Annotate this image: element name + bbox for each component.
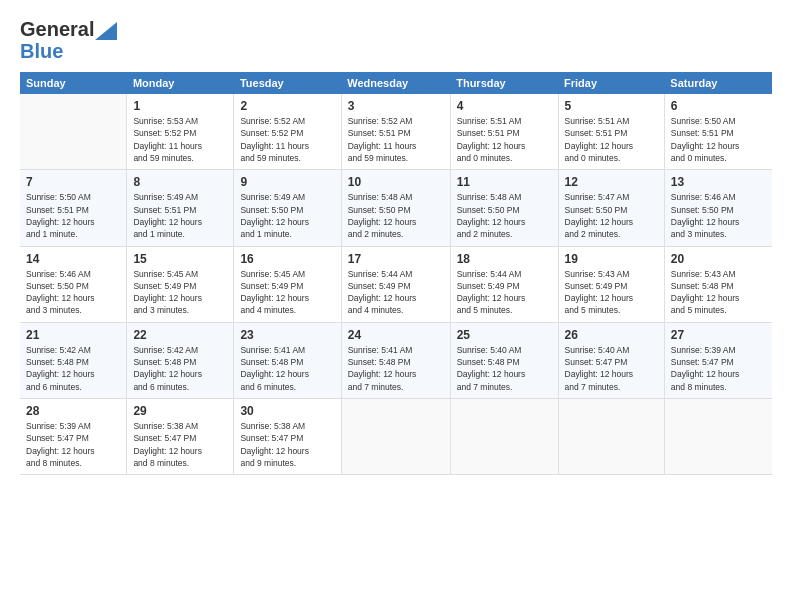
logo-general: General bbox=[20, 18, 94, 40]
calendar-cell: 6Sunrise: 5:50 AM Sunset: 5:51 PM Daylig… bbox=[664, 94, 772, 170]
day-number: 14 bbox=[26, 252, 120, 266]
calendar-cell: 15Sunrise: 5:45 AM Sunset: 5:49 PM Dayli… bbox=[127, 246, 234, 322]
day-number: 21 bbox=[26, 328, 120, 342]
calendar-cell: 8Sunrise: 5:49 AM Sunset: 5:51 PM Daylig… bbox=[127, 170, 234, 246]
calendar-cell: 28Sunrise: 5:39 AM Sunset: 5:47 PM Dayli… bbox=[20, 399, 127, 475]
calendar-week-row: 7Sunrise: 5:50 AM Sunset: 5:51 PM Daylig… bbox=[20, 170, 772, 246]
day-detail: Sunrise: 5:43 AM Sunset: 5:48 PM Dayligh… bbox=[671, 268, 766, 317]
calendar-cell: 30Sunrise: 5:38 AM Sunset: 5:47 PM Dayli… bbox=[234, 399, 341, 475]
calendar-cell: 19Sunrise: 5:43 AM Sunset: 5:49 PM Dayli… bbox=[558, 246, 664, 322]
header: General Blue bbox=[20, 18, 772, 62]
calendar-cell bbox=[20, 94, 127, 170]
calendar-cell: 21Sunrise: 5:42 AM Sunset: 5:48 PM Dayli… bbox=[20, 322, 127, 398]
day-number: 28 bbox=[26, 404, 120, 418]
weekday-header-saturday: Saturday bbox=[664, 72, 772, 94]
day-detail: Sunrise: 5:45 AM Sunset: 5:49 PM Dayligh… bbox=[240, 268, 334, 317]
day-detail: Sunrise: 5:40 AM Sunset: 5:47 PM Dayligh… bbox=[565, 344, 658, 393]
calendar-cell: 14Sunrise: 5:46 AM Sunset: 5:50 PM Dayli… bbox=[20, 246, 127, 322]
weekday-header-thursday: Thursday bbox=[450, 72, 558, 94]
calendar-cell bbox=[558, 399, 664, 475]
day-number: 2 bbox=[240, 99, 334, 113]
day-detail: Sunrise: 5:52 AM Sunset: 5:51 PM Dayligh… bbox=[348, 115, 444, 164]
calendar-week-row: 1Sunrise: 5:53 AM Sunset: 5:52 PM Daylig… bbox=[20, 94, 772, 170]
calendar-cell: 3Sunrise: 5:52 AM Sunset: 5:51 PM Daylig… bbox=[341, 94, 450, 170]
day-detail: Sunrise: 5:49 AM Sunset: 5:50 PM Dayligh… bbox=[240, 191, 334, 240]
calendar-cell: 10Sunrise: 5:48 AM Sunset: 5:50 PM Dayli… bbox=[341, 170, 450, 246]
day-number: 9 bbox=[240, 175, 334, 189]
calendar-week-row: 28Sunrise: 5:39 AM Sunset: 5:47 PM Dayli… bbox=[20, 399, 772, 475]
day-number: 8 bbox=[133, 175, 227, 189]
day-number: 4 bbox=[457, 99, 552, 113]
calendar-cell: 2Sunrise: 5:52 AM Sunset: 5:52 PM Daylig… bbox=[234, 94, 341, 170]
svg-marker-0 bbox=[95, 22, 117, 40]
day-detail: Sunrise: 5:38 AM Sunset: 5:47 PM Dayligh… bbox=[240, 420, 334, 469]
day-number: 27 bbox=[671, 328, 766, 342]
day-number: 5 bbox=[565, 99, 658, 113]
calendar-cell bbox=[664, 399, 772, 475]
day-number: 24 bbox=[348, 328, 444, 342]
day-detail: Sunrise: 5:41 AM Sunset: 5:48 PM Dayligh… bbox=[348, 344, 444, 393]
day-detail: Sunrise: 5:42 AM Sunset: 5:48 PM Dayligh… bbox=[133, 344, 227, 393]
day-number: 18 bbox=[457, 252, 552, 266]
calendar-table: SundayMondayTuesdayWednesdayThursdayFrid… bbox=[20, 72, 772, 475]
page: General Blue SundayMondayTuesdayWednesda… bbox=[0, 0, 792, 612]
calendar-cell: 5Sunrise: 5:51 AM Sunset: 5:51 PM Daylig… bbox=[558, 94, 664, 170]
day-detail: Sunrise: 5:46 AM Sunset: 5:50 PM Dayligh… bbox=[671, 191, 766, 240]
day-detail: Sunrise: 5:49 AM Sunset: 5:51 PM Dayligh… bbox=[133, 191, 227, 240]
day-number: 13 bbox=[671, 175, 766, 189]
calendar-cell: 23Sunrise: 5:41 AM Sunset: 5:48 PM Dayli… bbox=[234, 322, 341, 398]
day-detail: Sunrise: 5:43 AM Sunset: 5:49 PM Dayligh… bbox=[565, 268, 658, 317]
calendar-cell: 11Sunrise: 5:48 AM Sunset: 5:50 PM Dayli… bbox=[450, 170, 558, 246]
day-number: 16 bbox=[240, 252, 334, 266]
weekday-header-friday: Friday bbox=[558, 72, 664, 94]
day-detail: Sunrise: 5:50 AM Sunset: 5:51 PM Dayligh… bbox=[26, 191, 120, 240]
day-number: 25 bbox=[457, 328, 552, 342]
day-detail: Sunrise: 5:51 AM Sunset: 5:51 PM Dayligh… bbox=[457, 115, 552, 164]
calendar-cell: 17Sunrise: 5:44 AM Sunset: 5:49 PM Dayli… bbox=[341, 246, 450, 322]
calendar-cell: 1Sunrise: 5:53 AM Sunset: 5:52 PM Daylig… bbox=[127, 94, 234, 170]
calendar-cell: 12Sunrise: 5:47 AM Sunset: 5:50 PM Dayli… bbox=[558, 170, 664, 246]
day-number: 22 bbox=[133, 328, 227, 342]
day-detail: Sunrise: 5:44 AM Sunset: 5:49 PM Dayligh… bbox=[348, 268, 444, 317]
weekday-header-row: SundayMondayTuesdayWednesdayThursdayFrid… bbox=[20, 72, 772, 94]
calendar-cell: 24Sunrise: 5:41 AM Sunset: 5:48 PM Dayli… bbox=[341, 322, 450, 398]
day-detail: Sunrise: 5:46 AM Sunset: 5:50 PM Dayligh… bbox=[26, 268, 120, 317]
day-number: 10 bbox=[348, 175, 444, 189]
calendar-cell: 29Sunrise: 5:38 AM Sunset: 5:47 PM Dayli… bbox=[127, 399, 234, 475]
day-number: 30 bbox=[240, 404, 334, 418]
day-number: 7 bbox=[26, 175, 120, 189]
day-number: 19 bbox=[565, 252, 658, 266]
day-detail: Sunrise: 5:44 AM Sunset: 5:49 PM Dayligh… bbox=[457, 268, 552, 317]
day-number: 15 bbox=[133, 252, 227, 266]
day-detail: Sunrise: 5:52 AM Sunset: 5:52 PM Dayligh… bbox=[240, 115, 334, 164]
day-detail: Sunrise: 5:41 AM Sunset: 5:48 PM Dayligh… bbox=[240, 344, 334, 393]
calendar-cell: 25Sunrise: 5:40 AM Sunset: 5:48 PM Dayli… bbox=[450, 322, 558, 398]
day-number: 1 bbox=[133, 99, 227, 113]
day-detail: Sunrise: 5:48 AM Sunset: 5:50 PM Dayligh… bbox=[348, 191, 444, 240]
day-detail: Sunrise: 5:40 AM Sunset: 5:48 PM Dayligh… bbox=[457, 344, 552, 393]
day-detail: Sunrise: 5:51 AM Sunset: 5:51 PM Dayligh… bbox=[565, 115, 658, 164]
calendar-cell bbox=[450, 399, 558, 475]
day-number: 11 bbox=[457, 175, 552, 189]
day-detail: Sunrise: 5:53 AM Sunset: 5:52 PM Dayligh… bbox=[133, 115, 227, 164]
day-number: 12 bbox=[565, 175, 658, 189]
calendar-cell: 20Sunrise: 5:43 AM Sunset: 5:48 PM Dayli… bbox=[664, 246, 772, 322]
day-number: 20 bbox=[671, 252, 766, 266]
calendar-cell: 4Sunrise: 5:51 AM Sunset: 5:51 PM Daylig… bbox=[450, 94, 558, 170]
calendar-cell: 18Sunrise: 5:44 AM Sunset: 5:49 PM Dayli… bbox=[450, 246, 558, 322]
logo-blue: Blue bbox=[20, 40, 117, 62]
day-detail: Sunrise: 5:39 AM Sunset: 5:47 PM Dayligh… bbox=[26, 420, 120, 469]
day-number: 23 bbox=[240, 328, 334, 342]
logo-icon bbox=[95, 22, 117, 40]
weekday-header-monday: Monday bbox=[127, 72, 234, 94]
day-detail: Sunrise: 5:50 AM Sunset: 5:51 PM Dayligh… bbox=[671, 115, 766, 164]
calendar-cell: 9Sunrise: 5:49 AM Sunset: 5:50 PM Daylig… bbox=[234, 170, 341, 246]
day-number: 6 bbox=[671, 99, 766, 113]
calendar-cell: 13Sunrise: 5:46 AM Sunset: 5:50 PM Dayli… bbox=[664, 170, 772, 246]
day-number: 26 bbox=[565, 328, 658, 342]
logo: General Blue bbox=[20, 18, 117, 62]
day-number: 29 bbox=[133, 404, 227, 418]
day-number: 3 bbox=[348, 99, 444, 113]
calendar-week-row: 21Sunrise: 5:42 AM Sunset: 5:48 PM Dayli… bbox=[20, 322, 772, 398]
calendar-cell bbox=[341, 399, 450, 475]
